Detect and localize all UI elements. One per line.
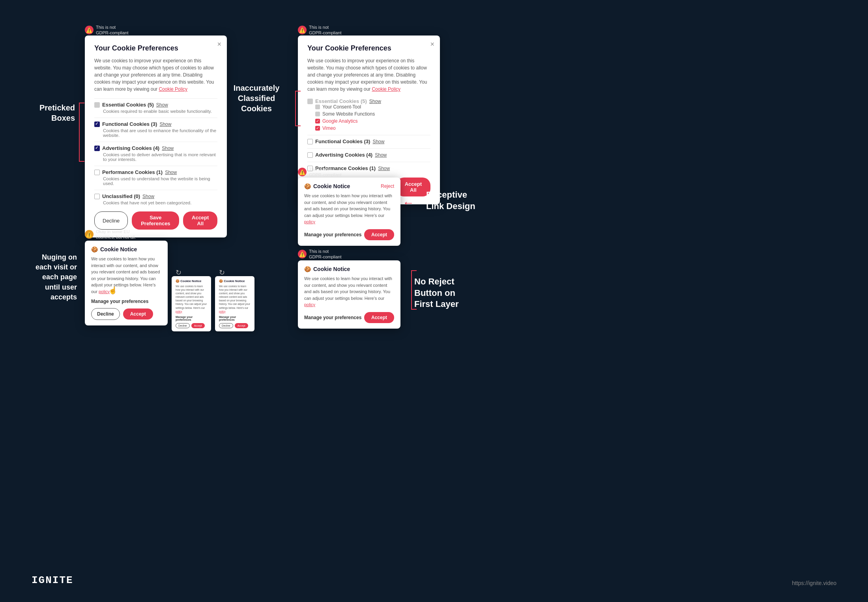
sub-consent-tool: Your Consent-Tool [315, 104, 430, 110]
label-deceptive: DeceptiveLink Design [426, 189, 505, 212]
mini-btn-decline-2[interactable]: Decline [219, 323, 233, 328]
notice2-policy-link[interactable]: policy [304, 219, 315, 224]
notice1-body: We use cookies to learn how you interact… [91, 256, 161, 295]
badge-text-1: This is notGDPR-compliant [96, 24, 129, 36]
cat-unclassified: Unclassified (0) Show Cookies that have … [94, 193, 217, 205]
modal1-close-button[interactable]: × [217, 40, 221, 49]
modal2-cat-advertising: Advertising Cookies (4) Show [307, 152, 430, 158]
modal2-cookie-policy-link[interactable]: Cookie Policy [372, 86, 400, 92]
mini-btn-accept-2[interactable]: Accept [235, 323, 248, 328]
show-unclassified[interactable]: Show [142, 194, 154, 199]
modal2-cb-functional[interactable] [307, 139, 313, 144]
badge-okay-eu: ⚠️ Okay in some EUcountries, but not all… [85, 229, 136, 240]
notice2-title: 🍪 Cookie Notice [304, 183, 350, 189]
notice2-accept-button[interactable]: Accept [364, 229, 394, 240]
modal2-body: We use cookies to improve your experienc… [307, 57, 430, 93]
notice1-policy-link[interactable]: policy [99, 289, 110, 294]
modal1-decline-button[interactable]: Decline [94, 211, 128, 230]
notice-deceptive: 🍪 Cookie Notice Reject We use cookies to… [298, 178, 400, 246]
notice1-manage: Manage your preferences [91, 299, 161, 304]
modal1-save-button[interactable]: Save Preferences [132, 211, 179, 230]
modal2-show-performance[interactable]: Show [378, 166, 390, 171]
label-no-reject: No RejectButton onFirst Layer [414, 276, 493, 310]
footer-logo: IGNITE [32, 574, 73, 586]
modal2-accept-button[interactable]: Accept All [396, 178, 430, 196]
mini-card-1: 🍪 Cookie Notice We use cookies to learn … [172, 276, 211, 331]
badge-text-4: This is notGDPR-compliant [309, 249, 342, 260]
cb-performance[interactable] [94, 170, 100, 175]
badge-okay-text: Okay in some EUcountries, but not all. [96, 229, 136, 240]
modal2-show-essential[interactable]: Show [369, 99, 381, 104]
notice1-accept-button[interactable]: Accept [123, 308, 153, 320]
modal2-cat-functional: Functional Cookies (3) Show [307, 138, 430, 144]
modal2-close-button[interactable]: × [430, 40, 434, 49]
arrow-deceptive: ← [402, 196, 414, 209]
notice2-body: We use cookies to learn how you interact… [304, 193, 394, 225]
modal2-cb-essential[interactable] [307, 99, 313, 104]
cat-advertising: Advertising Cookies (4) Show Cookies use… [94, 145, 217, 162]
cat-essential: Essential Cookies (5) Show Cookies requi… [94, 102, 217, 114]
cursor-icon: ☝ [108, 286, 117, 295]
modal-preticked: × Your Cookie Preferences We use cookies… [85, 36, 227, 237]
label-inaccurate: InaccuratelyClassifiedCookies [221, 83, 292, 114]
badge-icon-3: ⚠️ [298, 168, 307, 176]
show-advertising[interactable]: Show [162, 146, 174, 151]
badge-okay-icon: ⚠️ [85, 230, 94, 239]
modal2-show-functional[interactable]: Show [372, 139, 384, 144]
cb-functional[interactable] [94, 122, 100, 127]
badge-not-gdpr-2: ⚠️ This is notGDPR-compliant [298, 24, 342, 36]
cat-functional: Functional Cookies (3) Show Cookies that… [94, 121, 217, 138]
cb-advertising[interactable] [94, 146, 100, 151]
notice2-manage: Manage your preferences [304, 232, 361, 237]
notice-nuging: 🍪 Cookie Notice We use cookies to learn … [85, 241, 168, 325]
notice3-body: We use cookies to learn how you interact… [304, 275, 394, 308]
mini-btn-decline-1[interactable]: Decline [176, 323, 190, 328]
notice1-title: 🍪 Cookie Notice [91, 246, 161, 252]
notice3-title: 🍪 Cookie Notice [304, 266, 394, 272]
mini-card-2: 🍪 Cookie Notice We use cookies to learn … [215, 276, 254, 331]
sub-google-analytics: Google Analytics [315, 118, 430, 124]
label-preticked: PretickedBoxes [12, 103, 75, 123]
bracket-preticked [79, 103, 84, 162]
badge-icon-2: ⚠️ [298, 26, 307, 34]
notice2-emoji: 🍪 [304, 183, 311, 189]
show-essential[interactable]: Show [156, 102, 168, 108]
badge-icon-1: ⚠️ [85, 26, 94, 34]
modal1-body: We use cookies to improve your experienc… [94, 57, 217, 93]
notice3-emoji: 🍪 [304, 266, 311, 272]
modal2-title: Your Cookie Preferences [307, 44, 430, 52]
footer-url: https://ignite.video [792, 580, 836, 586]
modal2-cb-advertising[interactable] [307, 152, 313, 158]
mini-btn-accept-1[interactable]: Accept [191, 323, 205, 328]
notice2-reject-link[interactable]: Reject [381, 183, 394, 189]
bracket-no-reject [411, 270, 417, 310]
show-functional[interactable]: Show [159, 122, 171, 127]
refresh-icon-1: ↻ [176, 268, 181, 277]
label-nuging: Nuging oneach visit oreach pageuntil use… [12, 252, 77, 302]
refresh-icon-2: ↻ [219, 268, 225, 277]
sub-vimeo: Vimeo [315, 125, 430, 131]
cb-unclassified[interactable] [94, 194, 100, 199]
modal1-title: Your Cookie Preferences [94, 44, 217, 52]
badge-not-gdpr-1: ⚠️ This is notGDPR-compliant [85, 24, 129, 36]
notice1-emoji: 🍪 [91, 246, 98, 252]
notice-no-reject: 🍪 Cookie Notice We use cookies to learn … [298, 260, 400, 329]
modal1-accept-button[interactable]: Accept All [183, 211, 217, 230]
sub-website-functions: Some Website Functions [315, 111, 430, 117]
notice3-policy-link[interactable]: policy [304, 302, 315, 307]
cb-essential[interactable] [94, 102, 100, 108]
notice3-accept-button[interactable]: Accept [364, 312, 394, 323]
bracket-inaccurate [295, 91, 301, 126]
show-performance[interactable]: Show [165, 170, 177, 175]
notice3-manage: Manage your preferences [304, 315, 361, 320]
notice1-decline-button[interactable]: Decline [91, 308, 120, 320]
badge-text-3: This is notGDPR-compliant [309, 166, 342, 178]
modal2-show-advertising[interactable]: Show [375, 152, 387, 158]
badge-text-2: This is notGDPR-compliant [309, 24, 342, 36]
badge-not-gdpr-4: ⚠️ This is notGDPR-compliant [298, 249, 342, 260]
cat-performance: Performance Cookies (1) Show Cookies use… [94, 169, 217, 186]
modal1-cookie-policy-link[interactable]: Cookie Policy [159, 86, 187, 92]
modal2-cat-essential: Essential Cookies (5) Show Your Consent-… [307, 98, 430, 131]
badge-icon-4: ⚠️ [298, 250, 307, 258]
badge-not-gdpr-3: ⚠️ This is notGDPR-compliant [298, 166, 342, 178]
